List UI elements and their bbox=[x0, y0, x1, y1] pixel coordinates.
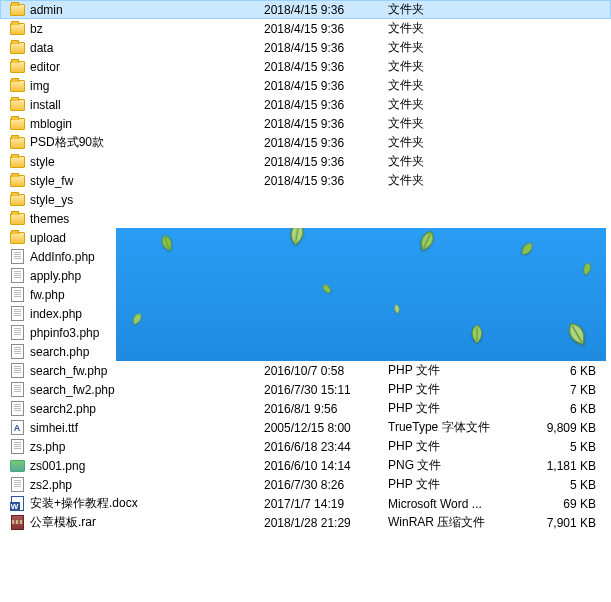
file-type: PHP 文件 bbox=[388, 400, 518, 417]
file-name: zs.php bbox=[30, 440, 264, 454]
file-date: 2018/4/15 9:36 bbox=[264, 60, 388, 74]
file-type: PHP 文件 bbox=[388, 381, 518, 398]
file-size: 1 KB bbox=[518, 307, 608, 321]
file-type: TrueType 字体文件 bbox=[388, 419, 518, 436]
file-row[interactable]: admin 2018/4/15 9:36 文件夹 bbox=[0, 0, 611, 19]
file-row[interactable]: zs.php 2016/6/18 23:44 PHP 文件 5 KB bbox=[0, 437, 611, 456]
file-name: bz bbox=[30, 22, 264, 36]
file-row[interactable]: editor 2018/4/15 9:36 文件夹 bbox=[0, 57, 611, 76]
file-row[interactable]: AddInfo.php 5 KB bbox=[0, 247, 611, 266]
file-name: search2.php bbox=[30, 402, 264, 416]
file-size: 5 KB bbox=[518, 440, 608, 454]
file-date: 2018/4/15 9:36 bbox=[264, 155, 388, 169]
file-size: 7,901 KB bbox=[518, 516, 608, 530]
file-row[interactable]: A simhei.ttf 2005/12/15 8:00 TrueType 字体… bbox=[0, 418, 611, 437]
file-row[interactable]: install 2018/4/15 9:36 文件夹 bbox=[0, 95, 611, 114]
file-date: 2018/4/15 9:36 bbox=[264, 79, 388, 93]
file-name: simhei.ttf bbox=[30, 421, 264, 435]
file-size: 69 KB bbox=[518, 497, 608, 511]
file-list: admin 2018/4/15 9:36 文件夹 bz 2018/4/15 9:… bbox=[0, 0, 611, 532]
file-row[interactable]: bz 2018/4/15 9:36 文件夹 bbox=[0, 19, 611, 38]
file-name: PSD格式90款 bbox=[30, 134, 264, 151]
file-type: 文件夹 bbox=[388, 134, 518, 151]
file-type: PHP 文件 bbox=[388, 476, 518, 493]
file-row[interactable]: phpinfo3.php 2016/8/15 9:11 PHP 文件 1 KB bbox=[0, 323, 611, 342]
file-type: Microsoft Word ... bbox=[388, 497, 518, 511]
file-type: 文件夹 bbox=[388, 115, 518, 132]
file-row[interactable]: search_fw2.php 2016/7/30 15:11 PHP 文件 7 … bbox=[0, 380, 611, 399]
file-type-icon bbox=[8, 343, 26, 361]
file-type-icon bbox=[8, 229, 26, 247]
file-type-icon bbox=[8, 96, 26, 114]
file-name: phpinfo3.php bbox=[30, 326, 264, 340]
file-date: 2018/4/15 9:36 bbox=[264, 98, 388, 112]
file-size: 1,181 KB bbox=[518, 459, 608, 473]
file-name: zs001.png bbox=[30, 459, 264, 473]
file-size: 6 KB bbox=[518, 345, 608, 359]
file-row[interactable]: 安装+操作教程.docx 2017/1/7 14:19 Microsoft Wo… bbox=[0, 494, 611, 513]
file-type: PHP 文件 bbox=[388, 324, 518, 341]
file-type-icon bbox=[8, 58, 26, 76]
file-date: 2018/4/15 9:36 bbox=[264, 41, 388, 55]
file-row[interactable]: zs2.php 2016/7/30 8:26 PHP 文件 5 KB bbox=[0, 475, 611, 494]
file-type-icon: A bbox=[8, 419, 26, 437]
file-row[interactable]: index.php 1 KB bbox=[0, 304, 611, 323]
file-row[interactable]: upload bbox=[0, 228, 611, 247]
file-type-icon bbox=[8, 324, 26, 342]
file-row[interactable]: search2.php 2016/8/1 9:56 PHP 文件 6 KB bbox=[0, 399, 611, 418]
file-row[interactable]: data 2018/4/15 9:36 文件夹 bbox=[0, 38, 611, 57]
file-name: install bbox=[30, 98, 264, 112]
file-name: upload bbox=[30, 231, 264, 245]
file-row[interactable]: zs001.png 2016/6/10 14:14 PNG 文件 1,181 K… bbox=[0, 456, 611, 475]
file-name: style_fw bbox=[30, 174, 264, 188]
file-size: 6 KB bbox=[518, 364, 608, 378]
file-name: search_fw.php bbox=[30, 364, 264, 378]
file-row[interactable]: 公章模板.rar 2018/1/28 21:29 WinRAR 压缩文件 7,9… bbox=[0, 513, 611, 532]
file-name: data bbox=[30, 41, 264, 55]
file-row[interactable]: mblogin 2018/4/15 9:36 文件夹 bbox=[0, 114, 611, 133]
file-type: 文件夹 bbox=[388, 1, 518, 18]
file-type: WinRAR 压缩文件 bbox=[388, 514, 518, 531]
file-name: 安装+操作教程.docx bbox=[30, 495, 264, 512]
file-row[interactable]: fw.php 4 KB bbox=[0, 285, 611, 304]
file-date: 2016/8/15 9:11 bbox=[264, 326, 388, 340]
file-name: AddInfo.php bbox=[30, 250, 264, 264]
file-row[interactable]: themes bbox=[0, 209, 611, 228]
file-row[interactable]: style_fw 2018/4/15 9:36 文件夹 bbox=[0, 171, 611, 190]
file-date: 2016/8/1 9:54 bbox=[264, 345, 388, 359]
file-type-icon bbox=[8, 286, 26, 304]
file-type: PNG 文件 bbox=[388, 457, 518, 474]
file-date: 2018/4/15 9:36 bbox=[264, 136, 388, 150]
file-row[interactable]: search.php 2016/8/1 9:54 PHP 文件 6 KB bbox=[0, 342, 611, 361]
file-type-icon bbox=[8, 457, 26, 475]
file-type: 文件夹 bbox=[388, 172, 518, 189]
file-name: themes bbox=[30, 212, 264, 226]
file-size: 5 KB bbox=[518, 269, 608, 283]
file-name: fw.php bbox=[30, 288, 264, 302]
file-type-icon bbox=[8, 1, 26, 19]
file-row[interactable]: apply.php 5 KB bbox=[0, 266, 611, 285]
file-size: 4 KB bbox=[518, 288, 608, 302]
file-row[interactable]: style_ys bbox=[0, 190, 611, 209]
file-name: admin bbox=[30, 3, 264, 17]
file-size: 9,809 KB bbox=[518, 421, 608, 435]
file-type: 文件夹 bbox=[388, 20, 518, 37]
file-row[interactable]: style 2018/4/15 9:36 文件夹 bbox=[0, 152, 611, 171]
file-size: 1 KB bbox=[518, 326, 608, 340]
file-type-icon bbox=[8, 77, 26, 95]
file-type-icon bbox=[8, 134, 26, 152]
file-type: 文件夹 bbox=[388, 39, 518, 56]
file-type-icon bbox=[8, 362, 26, 380]
file-type-icon bbox=[8, 39, 26, 57]
file-row[interactable]: search_fw.php 2016/10/7 0:58 PHP 文件 6 KB bbox=[0, 361, 611, 380]
file-row[interactable]: PSD格式90款 2018/4/15 9:36 文件夹 bbox=[0, 133, 611, 152]
file-type-icon bbox=[8, 305, 26, 323]
file-name: style_ys bbox=[30, 193, 264, 207]
file-type-icon bbox=[8, 495, 26, 513]
file-size: 5 KB bbox=[518, 250, 608, 264]
file-type-icon bbox=[8, 438, 26, 456]
file-row[interactable]: img 2018/4/15 9:36 文件夹 bbox=[0, 76, 611, 95]
file-name: search_fw2.php bbox=[30, 383, 264, 397]
file-type: 文件夹 bbox=[388, 153, 518, 170]
file-date: 2016/7/30 15:11 bbox=[264, 383, 388, 397]
